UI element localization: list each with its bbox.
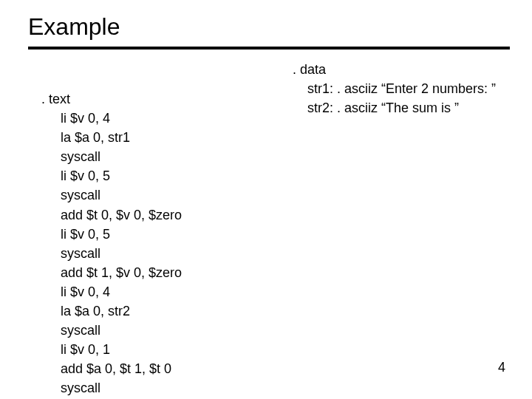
code-line: li $v 0, 5 [41,225,293,244]
code-line: syscall [41,147,293,166]
section-label: . data [293,60,510,79]
code-line: li $v 0, 5 [41,166,293,185]
title-rule [28,47,510,50]
code-line: syscall [41,378,293,398]
page-number: 4 [498,360,505,375]
code-line: syscall [41,185,293,205]
code-line: li $v 0, 4 [41,282,293,301]
page-title: Example [28,13,510,41]
code-line: add $t 0, $v 0, $zero [41,205,293,225]
code-line: la $a 0, str2 [41,301,293,321]
code-line: la $a 0, str1 [41,128,293,147]
code-line: str2: . asciiz “The sum is ” [293,98,510,117]
code-line: add $t 1, $v 0, $zero [41,263,293,282]
code-line: li $v 0, 4 [41,109,293,128]
content-columns: . text li $v 0, 4 la $a 0, str1 syscall … [28,60,510,398]
text-segment: . text li $v 0, 4 la $a 0, str1 syscall … [28,60,293,398]
data-segment: . data str1: . asciiz “Enter 2 numbers: … [293,60,510,117]
code-line: syscall [41,244,293,263]
code-line: syscall [41,321,293,340]
code-line: li $v 0, 1 [41,340,293,359]
code-line: add $a 0, $t 1, $t 0 [41,359,293,378]
code-line: str1: . asciiz “Enter 2 numbers: ” [293,79,510,98]
section-label: . text [41,89,293,109]
